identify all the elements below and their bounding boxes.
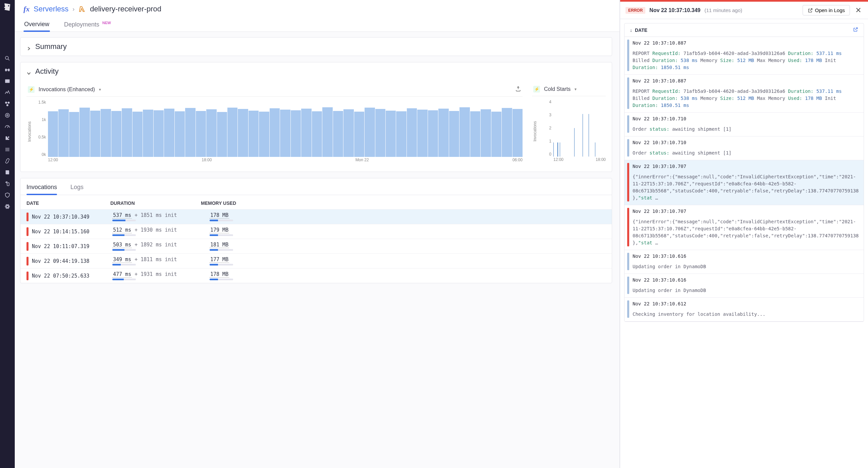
log-message: {"innerError":{"message":null,"code":"In…	[632, 173, 859, 201]
chart-invocations-title[interactable]: Invocations (Enhanced)	[38, 87, 95, 93]
detail-ago: (11 minutes ago)	[704, 7, 742, 13]
log-entry[interactable]: Nov 22 10:37:10.707{"innerError":{"messa…	[624, 205, 864, 250]
table-row[interactable]: Nov 22 10:14:15.160512 ms + 1930 ms init…	[21, 224, 612, 239]
gauge-icon[interactable]	[4, 123, 11, 130]
invocations-table-header: DATE DURATION MEMORY USED	[21, 195, 612, 209]
atom-icon[interactable]	[4, 203, 11, 210]
log-entry[interactable]: Nov 22 10:37:10.710Order status: awaitin…	[624, 113, 864, 136]
log-entry[interactable]: Nov 22 10:37:10.887REPORT RequestId: 71a…	[624, 75, 864, 113]
status-chip	[27, 272, 29, 280]
svg-rect-3	[8, 69, 10, 71]
detail-header: ERROR Nov 22 10:37:10.349 (11 minutes ag…	[620, 2, 868, 19]
subtab-invocations[interactable]: Invocations	[27, 184, 57, 195]
svg-point-14	[6, 182, 6, 183]
metrics-icon[interactable]	[4, 89, 11, 96]
export-icon[interactable]	[515, 86, 521, 93]
datadog-logo-icon[interactable]	[2, 2, 12, 12]
log-entry[interactable]: Nov 22 10:37:10.710Order status: awaitin…	[624, 136, 864, 160]
memory-bar	[210, 220, 233, 221]
log-level-chip	[627, 208, 629, 246]
link-icon[interactable]	[4, 158, 11, 164]
nav-rail	[0, 0, 15, 468]
open-in-logs-button[interactable]: Open in Logs	[803, 5, 850, 15]
row-date: Nov 22 09:44:19.138	[32, 258, 112, 264]
spray-icon[interactable]	[4, 180, 11, 187]
row-memory: 177 MB	[210, 257, 229, 263]
log-timestamp: Nov 22 10:37:10.710	[632, 139, 859, 146]
chevron-right-icon	[27, 44, 31, 49]
row-init: + 1930 ms init	[134, 227, 177, 233]
log-entry[interactable]: Nov 22 10:37:10.616Updating order in Dyn…	[624, 274, 864, 298]
summary-toggle[interactable]: Summary	[21, 38, 612, 56]
log-timestamp: Nov 22 10:37:10.707	[632, 208, 859, 215]
infrastructure-icon[interactable]	[4, 101, 11, 107]
popout-icon[interactable]	[853, 27, 858, 33]
svg-rect-12	[5, 149, 9, 150]
tab-overview[interactable]: Overview	[24, 21, 50, 32]
col-duration: DURATION	[110, 200, 201, 206]
table-row[interactable]: Nov 22 07:50:25.633477 ms + 1931 ms init…	[21, 268, 612, 283]
dashboard-icon[interactable]	[4, 78, 11, 85]
svg-point-1	[5, 56, 8, 59]
svg-point-16	[6, 182, 7, 183]
table-row[interactable]: Nov 22 09:44:19.138349 ms + 1811 ms init…	[21, 254, 612, 268]
log-entry[interactable]: Nov 22 10:37:10.612Checking inventory fo…	[624, 298, 864, 322]
activity-card: Activity ⚡ Invocations (Enhanced) ▾	[20, 62, 612, 172]
log-entry[interactable]: Nov 22 10:37:10.887REPORT RequestId: 71a…	[624, 37, 864, 75]
tab-deployments[interactable]: Deployments NEW	[63, 21, 112, 32]
subtab-logs[interactable]: Logs	[70, 184, 84, 195]
chart1-ylabel: Invocations	[27, 100, 33, 164]
shield-icon[interactable]	[4, 192, 11, 198]
log-message: REPORT RequestId: 71afb5a9-b604-4620-ada…	[632, 88, 859, 109]
log-entry[interactable]: Nov 22 10:37:10.616Updating order in Dyn…	[624, 250, 864, 274]
chart1-yticks: 1.5k1k0.5k0k	[33, 100, 46, 157]
log-message: REPORT RequestId: 71afb5a9-b604-4620-ada…	[632, 50, 859, 71]
svg-point-15	[7, 181, 7, 182]
row-date: Nov 22 10:11:07.319	[32, 243, 112, 249]
close-icon[interactable]: ✕	[854, 6, 863, 15]
list-icon[interactable]	[4, 146, 11, 153]
log-timestamp: Nov 22 10:37:10.612	[632, 300, 859, 307]
summary-title: Summary	[35, 42, 67, 51]
duration-bar	[112, 220, 136, 221]
log-level-chip	[627, 139, 629, 157]
log-level-chip	[627, 276, 629, 294]
status-chip	[27, 257, 29, 266]
binoculars-icon[interactable]	[4, 66, 11, 73]
log-message: Updating order in DynamoDB	[632, 287, 859, 294]
duration-bar	[112, 234, 136, 236]
breadcrumb-serverless-link[interactable]: Serverless	[34, 5, 68, 13]
open-in-logs-label: Open in Logs	[815, 7, 845, 13]
activity-title: Activity	[35, 67, 59, 76]
row-init: + 1931 ms init	[134, 271, 177, 277]
logs-date-header[interactable]: DATE	[635, 28, 647, 33]
chart-cold-starts-title[interactable]: Cold Starts	[544, 86, 570, 92]
table-row[interactable]: Nov 22 10:37:10.349537 ms + 1851 ms init…	[21, 209, 612, 224]
status-chip	[27, 242, 29, 251]
log-message: {"innerError":{"message":null,"code":"In…	[632, 218, 859, 246]
duration-bar	[112, 249, 136, 251]
duration-bar	[112, 264, 136, 266]
function-overview-pane: fx Serverless › delivery-receiver-prod O…	[15, 0, 620, 468]
invocations-card: Invocations Logs DATE DURATION MEMORY US…	[20, 178, 612, 283]
target-icon[interactable]	[4, 112, 11, 119]
memory-bar	[210, 264, 233, 266]
log-timestamp: Nov 22 10:37:10.887	[632, 77, 859, 85]
row-init: + 1851 ms init	[134, 212, 177, 218]
log-entry[interactable]: Nov 22 10:37:10.707{"innerError":{"messa…	[624, 160, 864, 205]
table-row[interactable]: Nov 22 10:11:07.319503 ms + 1892 ms init…	[21, 239, 612, 254]
book-icon[interactable]	[4, 169, 11, 176]
sort-arrow-icon[interactable]: ↓	[630, 28, 632, 33]
log-level-chip	[627, 253, 629, 270]
chevron-down-icon[interactable]: ▾	[575, 87, 577, 92]
memory-bar	[210, 234, 233, 236]
fx-icon: fx	[24, 5, 30, 13]
activity-toggle[interactable]: Activity	[21, 62, 612, 80]
puzzle-icon[interactable]	[4, 135, 11, 141]
svg-point-8	[6, 104, 8, 106]
chevron-down-icon[interactable]: ▾	[99, 87, 101, 92]
logs-card: ↓ DATE Nov 22 10:37:10.887REPORT Request…	[624, 23, 864, 322]
status-chip	[27, 212, 29, 221]
search-icon[interactable]	[4, 55, 11, 62]
row-duration: 537 ms	[112, 212, 132, 219]
